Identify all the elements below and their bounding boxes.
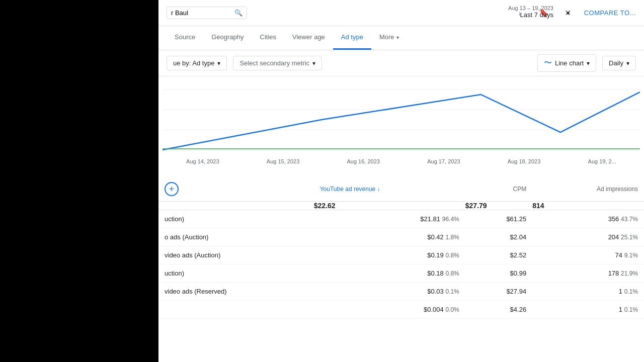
table-row: video ads (Auction) $0.19 0.8% $2.52 74 … [158,246,644,264]
period-chevron-icon [626,59,629,67]
tab-ad-type[interactable]: Ad type [333,26,371,50]
row-5-revenue: $0.004 0.0% [314,301,465,319]
total-revenue: $22.62 [314,202,465,210]
data-table-container: + YouTube ad revenue ↓ CPM Ad impression… [158,177,644,362]
row-5-cpm: $4.26 [465,301,532,319]
x-label-0: Aug 14, 2023 [186,158,219,164]
x-label-5: Aug 19, 2... [588,158,616,164]
row-2-impressions: 74 9.1% [532,246,644,264]
line-chart [163,84,640,155]
row-2-name: video ads (Auction) [158,246,314,264]
tab-geography[interactable]: Geography [203,26,252,50]
row-1-name: o ads (Auction) [158,228,314,246]
row-2-cpm: $2.52 [465,246,532,264]
x-label-3: Aug 17, 2023 [427,158,460,164]
chevron-down-icon [396,33,399,41]
table-row: uction) $0.18 0.8% $0.99 178 21.9% [158,264,644,283]
row-5-impressions: 1 0.1% [532,301,644,319]
table-totals-row: $22.62 $27.79 814 [158,202,644,210]
col-add: + [158,177,314,202]
chart-area: Aug 14, 2023 Aug 15, 2023 Aug 16, 2023 A… [158,76,644,177]
chart-type-dropdown[interactable]: 〜 Line chart [537,54,596,72]
tab-cities[interactable]: Cities [252,26,285,50]
row-0-cpm: $61.25 [465,210,532,228]
top-bar-left: 🔍 [167,7,247,19]
top-bar: 🔍 Aug 13 – 19, 2023 Last 7 days ↓ 🔖 ✕ CO… [158,0,644,26]
tab-source[interactable]: Source [167,26,203,50]
controls-row: ue by: Ad type Select secondary metric 〜… [158,50,644,76]
row-0-impressions: 356 43.7% [532,210,644,228]
row-0-name: uction) [158,210,314,228]
row-3-impressions: 178 21.9% [532,264,644,283]
row-0-revenue: $21.81 96.4% [314,210,465,228]
row-2-revenue: $0.19 0.8% [314,246,465,264]
table-row: o ads (Auction) $0.42 1.8% $2.04 204 25.… [158,228,644,246]
row-3-name: uction) [158,264,314,283]
x-label-1: Aug 15, 2023 [267,158,299,164]
group-by-chevron-icon [217,59,220,67]
x-label-2: Aug 16, 2023 [347,158,379,164]
table-row: video ads (Reserved) $0.03 0.1% $27.94 1… [158,283,644,301]
total-impressions: 814 [532,202,644,210]
row-4-impressions: 1 0.1% [532,283,644,301]
data-table: + YouTube ad revenue ↓ CPM Ad impression… [158,177,644,319]
date-range-label: Aug 13 – 19, 2023 [508,5,553,11]
group-by-dropdown[interactable]: ue by: Ad type [167,56,227,70]
chart-type-chevron-icon [587,59,590,67]
table-row: $0.004 0.0% $4.26 1 0.1% [158,301,644,319]
group-by-label: ue by: Ad type [173,59,214,67]
period-label: Daily [609,59,623,67]
row-3-cpm: $0.99 [465,264,532,283]
row-1-cpm: $2.04 [465,228,532,246]
row-1-revenue: $0.42 1.8% [314,228,465,246]
date-dropdown-arrow[interactable] [567,9,570,17]
row-4-cpm: $27.94 [465,283,532,301]
x-label-4: Aug 18, 2023 [508,158,540,164]
row-1-impressions: 204 25.1% [532,228,644,246]
table-row: uction) $21.81 96.4% $61.25 356 43.7% [158,210,644,228]
secondary-metric-dropdown[interactable]: Select secondary metric [233,56,322,70]
row-3-revenue: $0.18 0.8% [314,264,465,283]
add-metric-button[interactable]: + [165,182,179,196]
search-box[interactable]: 🔍 [167,7,247,19]
col-cpm-header[interactable]: CPM [465,177,532,202]
secondary-metric-label: Select secondary metric [239,59,309,67]
table-header-row: + YouTube ad revenue ↓ CPM Ad impression… [158,177,644,202]
secondary-metric-chevron-icon [312,59,315,67]
row-5-name [158,301,314,319]
col-impressions-header[interactable]: Ad impressions [532,177,644,202]
totals-label [158,202,314,210]
total-cpm: $27.79 [465,202,532,210]
date-range-area[interactable]: Aug 13 – 19, 2023 Last 7 days [508,5,553,19]
tabs-bar: Source Geography Cities Viewer age Ad ty… [158,26,644,50]
line-chart-icon: 〜 [544,58,552,68]
row-4-name: video ads (Reserved) [158,283,314,301]
search-icon: 🔍 [234,9,243,17]
col-revenue-header[interactable]: YouTube ad revenue ↓ [314,177,465,202]
tab-more[interactable]: More [371,26,407,50]
compare-to-button[interactable]: COMPARE TO... [584,9,636,17]
search-input[interactable] [171,9,231,17]
chart-x-labels: Aug 14, 2023 Aug 15, 2023 Aug 16, 2023 A… [163,156,640,166]
period-dropdown[interactable]: Daily [602,56,636,70]
chart-type-label: Line chart [555,59,584,67]
row-4-revenue: $0.03 0.1% [314,283,465,301]
date-period: Last 7 days [508,11,553,19]
tab-viewer-age[interactable]: Viewer age [284,26,333,50]
